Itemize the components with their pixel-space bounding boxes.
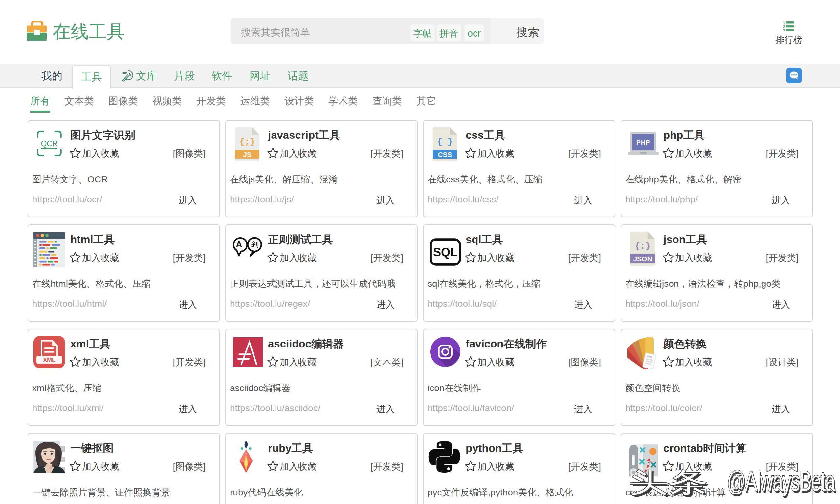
svg-text:QCR: QCR — [41, 140, 57, 148]
svg-text:{ }: { } — [437, 137, 453, 147]
svg-text:JSON: JSON — [633, 255, 652, 263]
svg-text:JS: JS — [243, 150, 251, 158]
svg-text:SQL: SQL — [433, 246, 457, 259]
svg-text:CSS: CSS — [438, 150, 452, 158]
svg-text:到: 到 — [251, 239, 259, 248]
svg-text:PHP: PHP — [636, 139, 650, 146]
svg-text:A: A — [236, 239, 242, 249]
svg-text:2: 2 — [783, 24, 785, 29]
svg-text:XML: XML — [43, 357, 55, 363]
svg-text:{:}: {:} — [635, 241, 650, 251]
svg-text:3: 3 — [783, 28, 785, 32]
svg-text:{;}: {;} — [240, 137, 255, 147]
svg-text:1: 1 — [783, 21, 785, 24]
